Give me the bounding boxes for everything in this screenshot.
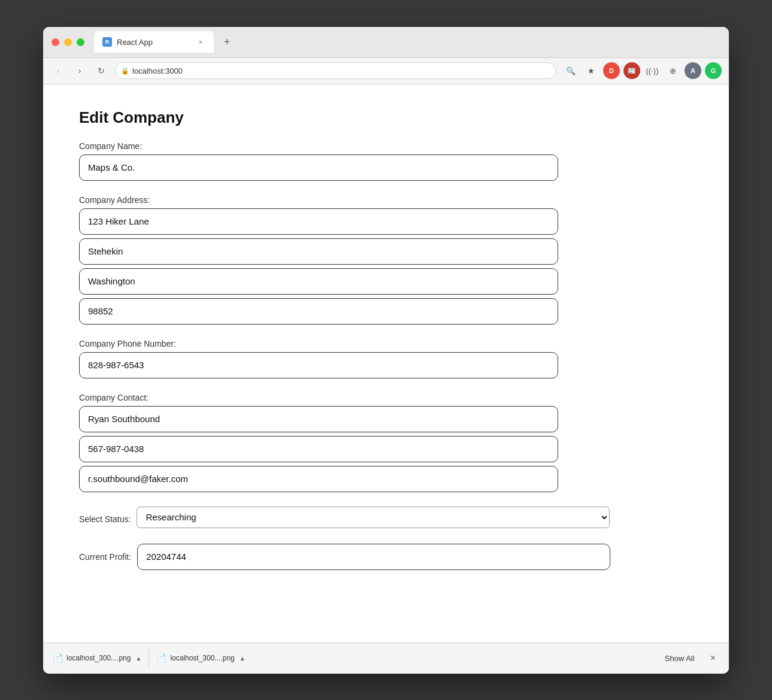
company-phone-label: Company Phone Number: [79, 339, 693, 349]
minimize-window-button[interactable] [64, 38, 72, 46]
show-all-button[interactable]: Show All [660, 651, 700, 665]
select-status-section: Select Status: Researching Active Inacti… [79, 507, 693, 532]
title-bar: R React App × + [43, 27, 729, 58]
page-title: Edit Company [79, 108, 693, 127]
download-item-2: 📄 localhost_300....png ▲ [156, 653, 245, 663]
page-content: Edit Company Company Name: Company Addre… [43, 84, 729, 643]
address-bar-container: 🔒 localhost:3000 [115, 62, 556, 79]
download-filename-2: localhost_300....png [170, 654, 234, 662]
address-line2-input[interactable] [79, 238, 558, 265]
tab-favicon: R [102, 37, 112, 47]
select-status-label: Select Status: [79, 514, 131, 524]
company-name-section: Company Name: [79, 141, 693, 181]
download-file-icon-2: 📄 [156, 653, 166, 663]
address-line1-input[interactable] [79, 208, 558, 235]
download-file-icon-1: 📄 [53, 653, 63, 663]
address-bar: ‹ › ↻ 🔒 localhost:3000 🔍 ★ D 📰 ((·)) ⊕ A… [43, 58, 729, 84]
browser-toolbar-icons: 🔍 ★ D 📰 ((·)) ⊕ A G [562, 62, 722, 79]
zoom-icon[interactable]: 🔍 [562, 62, 579, 79]
company-phone-input[interactable] [79, 352, 558, 378]
new-tab-button[interactable]: + [219, 34, 235, 50]
downloads-bar: 📄 localhost_300....png ▲ 📄 localhost_300… [43, 643, 729, 674]
forward-button[interactable]: › [72, 63, 87, 78]
browser-window: R React App × + ‹ › ↻ 🔒 localhost:3000 🔍… [43, 27, 729, 674]
user-avatar[interactable]: A [685, 62, 701, 79]
company-contact-section: Company Contact: [79, 393, 693, 492]
maximize-window-button[interactable] [77, 38, 84, 46]
close-downloads-button[interactable]: × [707, 651, 719, 665]
traffic-lights [52, 38, 84, 46]
company-contact-label: Company Contact: [79, 393, 693, 402]
status-select[interactable]: Researching Active Inactive Prospect [137, 507, 610, 528]
refresh-button[interactable]: ↻ [93, 63, 109, 78]
download-chevron-2[interactable]: ▲ [240, 655, 246, 662]
tab-title: React App [117, 38, 153, 47]
tab-close-button[interactable]: × [196, 37, 205, 47]
current-profit-section: Current Profit: [79, 544, 693, 570]
lock-icon: 🔒 [121, 67, 129, 75]
contact-name-input[interactable] [79, 406, 558, 432]
company-address-label: Company Address: [79, 195, 693, 205]
address-line4-input[interactable] [79, 298, 558, 325]
company-name-input[interactable] [79, 154, 558, 181]
extension-icon-4[interactable]: ⊕ [664, 62, 681, 79]
contact-email-input[interactable] [79, 466, 558, 492]
profile-icon[interactable]: G [705, 62, 722, 79]
current-profit-input[interactable] [137, 544, 610, 570]
company-name-label: Company Name: [79, 141, 693, 151]
active-tab[interactable]: R React App × [94, 31, 214, 53]
address-input[interactable]: localhost:3000 [115, 62, 556, 79]
extension-icon-3[interactable]: ((·)) [644, 62, 661, 79]
extension-icon-2[interactable]: 📰 [623, 62, 640, 79]
divider-1 [149, 649, 149, 667]
tab-bar: R React App × + [94, 31, 720, 53]
download-filename-1: localhost_300....png [66, 654, 131, 662]
download-item-1: 📄 localhost_300....png ▲ [53, 653, 141, 663]
close-window-button[interactable] [52, 38, 59, 46]
current-profit-label: Current Profit: [79, 552, 131, 562]
extension-icon-1[interactable]: D [603, 62, 620, 79]
download-chevron-1[interactable]: ▲ [135, 655, 141, 662]
company-phone-section: Company Phone Number: [79, 339, 693, 378]
address-line3-input[interactable] [79, 268, 558, 295]
bookmark-icon[interactable]: ★ [583, 62, 600, 79]
company-address-section: Company Address: [79, 195, 693, 325]
contact-phone-input[interactable] [79, 436, 558, 462]
back-button[interactable]: ‹ [50, 63, 66, 78]
